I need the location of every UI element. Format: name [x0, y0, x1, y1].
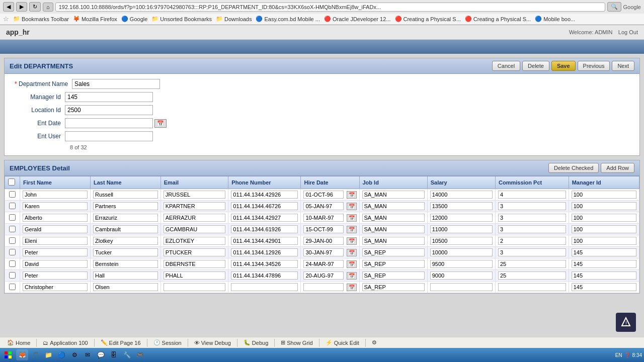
- input-first-name[interactable]: [23, 237, 88, 245]
- dev-bar-home[interactable]: 🏠 Home: [3, 338, 34, 347]
- col-hire-date[interactable]: Hire Date: [301, 176, 359, 189]
- address-bar[interactable]: 192.168.100.10:8888/ords/f?p=100:16:9797…: [55, 3, 605, 12]
- dev-bar-session[interactable]: 🕐 Session: [149, 338, 186, 347]
- input-first-name[interactable]: [23, 225, 88, 233]
- row-checkbox[interactable]: [9, 284, 16, 290]
- input-commission[interactable]: [498, 248, 566, 256]
- input-manager-id[interactable]: [572, 272, 636, 280]
- input-hire-date[interactable]: [303, 202, 344, 210]
- taskbar-app-firefox[interactable]: 🦊: [16, 349, 28, 360]
- cal-icon[interactable]: 📅: [347, 203, 357, 210]
- input-hire-date[interactable]: [303, 214, 344, 222]
- input-email[interactable]: [164, 248, 226, 256]
- cal-icon[interactable]: 📅: [347, 260, 357, 268]
- input-first-name[interactable]: [23, 202, 88, 210]
- calendar-icon[interactable]: 📅: [154, 119, 167, 128]
- cal-icon[interactable]: 📅: [347, 237, 357, 245]
- input-first-name[interactable]: [23, 283, 88, 291]
- dev-bar-edit-page[interactable]: ✏️ Edit Page 16: [97, 338, 145, 347]
- bookmark-toolbar[interactable]: 📁 Bookmarks Toolbar: [13, 16, 69, 22]
- input-hire-date[interactable]: [303, 248, 344, 256]
- taskbar-app-chrome[interactable]: 🔵: [55, 349, 67, 360]
- input-email[interactable]: [164, 260, 226, 268]
- input-hire-date[interactable]: [303, 260, 344, 268]
- row-checkbox[interactable]: [9, 226, 16, 232]
- department-name-input[interactable]: [72, 79, 160, 89]
- input-manager-id[interactable]: [572, 237, 636, 245]
- input-job-id[interactable]: [362, 225, 425, 233]
- input-email[interactable]: [164, 272, 226, 280]
- bookmark-easy[interactable]: 🔵 Easy.com.bd Mobile ...: [256, 16, 319, 22]
- col-manager-link[interactable]: Manager Id: [572, 179, 601, 186]
- col-last-name[interactable]: Last Name: [90, 176, 160, 189]
- input-first-name[interactable]: [23, 272, 88, 280]
- col-salary-link[interactable]: Salary: [431, 179, 447, 186]
- input-email[interactable]: [164, 202, 226, 210]
- dev-bar-debug[interactable]: 🐛 Debug: [239, 338, 272, 347]
- input-job-id[interactable]: [362, 214, 425, 222]
- input-job-id[interactable]: [362, 191, 425, 199]
- input-email[interactable]: [164, 225, 226, 233]
- delete-button[interactable]: Delete: [522, 61, 549, 71]
- previous-button[interactable]: Previous: [578, 61, 610, 71]
- bookmark-oracle-jdev[interactable]: 🔴 Oracle JDeveloper 12...: [324, 16, 391, 22]
- nav-home-button[interactable]: ⌂: [43, 3, 53, 12]
- cal-icon[interactable]: 📅: [347, 191, 357, 199]
- input-phone[interactable]: [231, 283, 298, 291]
- dev-bar-show-grid[interactable]: ⊞ Show Grid: [277, 338, 316, 347]
- input-job-id[interactable]: [362, 272, 425, 280]
- input-commission[interactable]: [498, 225, 566, 233]
- nav-back-button[interactable]: ◀: [3, 2, 14, 12]
- input-salary[interactable]: [430, 283, 493, 291]
- input-commission[interactable]: [498, 283, 566, 291]
- input-salary[interactable]: [430, 225, 493, 233]
- cal-icon[interactable]: 📅: [347, 249, 357, 256]
- input-commission[interactable]: [498, 191, 566, 199]
- dev-bar-view-debug[interactable]: 👁 View Debug: [190, 339, 235, 347]
- col-salary[interactable]: Salary: [427, 176, 495, 189]
- input-hire-date[interactable]: [303, 225, 344, 233]
- col-first-name-link[interactable]: First Name: [23, 179, 52, 186]
- row-checkbox[interactable]: [9, 260, 16, 267]
- input-email[interactable]: [164, 214, 226, 222]
- input-phone[interactable]: [231, 237, 298, 245]
- cal-icon[interactable]: 📅: [347, 214, 357, 222]
- input-hire-date[interactable]: [303, 191, 344, 199]
- bookmark-mobile[interactable]: 🔵 Mobile boo...: [535, 16, 575, 22]
- col-commission[interactable]: Commission Pct: [496, 176, 569, 189]
- ent-user-input[interactable]: [65, 131, 153, 141]
- input-first-name[interactable]: [23, 248, 88, 256]
- col-commission-link[interactable]: Commission Pct: [499, 179, 542, 186]
- input-commission[interactable]: [498, 202, 566, 210]
- next-button[interactable]: Next: [612, 61, 634, 71]
- manager-id-input[interactable]: [65, 92, 153, 102]
- input-last-name[interactable]: [93, 283, 158, 291]
- input-last-name[interactable]: [93, 272, 158, 280]
- delete-checked-button[interactable]: Delete Checked: [548, 163, 599, 173]
- col-manager[interactable]: Manager Id: [569, 176, 639, 189]
- bookmark-firefox[interactable]: 🦊 Mozilla Firefox: [73, 16, 117, 22]
- input-email[interactable]: [164, 191, 226, 199]
- cal-icon[interactable]: 📅: [347, 284, 357, 291]
- taskbar-app-folder[interactable]: 📁: [42, 349, 54, 360]
- input-commission[interactable]: [498, 214, 566, 222]
- select-all-checkbox[interactable]: [8, 178, 15, 186]
- bookmark-google[interactable]: 🔵 Google: [121, 16, 147, 22]
- input-job-id[interactable]: [362, 202, 425, 210]
- input-first-name[interactable]: [23, 191, 88, 199]
- save-button[interactable]: Save: [551, 61, 576, 71]
- input-manager-id[interactable]: [572, 214, 636, 222]
- logout-link[interactable]: Log Out: [618, 29, 638, 35]
- input-job-id[interactable]: [362, 260, 425, 268]
- input-phone[interactable]: [231, 260, 298, 268]
- input-last-name[interactable]: [93, 248, 158, 256]
- input-hire-date[interactable]: [303, 283, 344, 291]
- dev-bar-application[interactable]: 🗂 Application 100: [39, 339, 92, 347]
- input-commission[interactable]: [498, 272, 566, 280]
- dev-bar-quick-edit[interactable]: ⚡ Quick Edit: [321, 338, 363, 347]
- col-phone-link[interactable]: Phone Number: [231, 179, 271, 186]
- bookmark-creating2[interactable]: 🔴 Creating a Physical S...: [465, 16, 531, 22]
- input-email[interactable]: [164, 283, 226, 291]
- row-checkbox[interactable]: [9, 237, 16, 244]
- input-manager-id[interactable]: [572, 191, 636, 199]
